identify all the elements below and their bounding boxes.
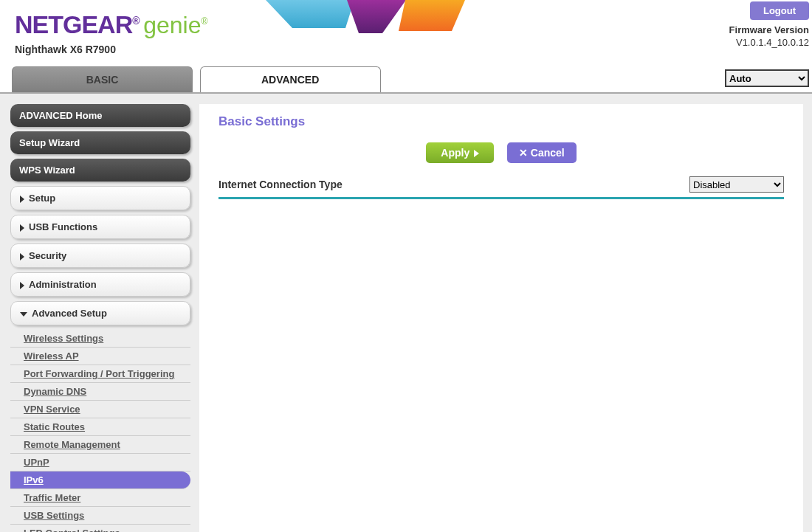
sidebar-item-administration[interactable]: Administration [10, 272, 190, 297]
sub-label: Remote Management [24, 439, 120, 450]
connection-type-select[interactable]: Disabled [689, 176, 784, 193]
sub-item-upnp[interactable]: UPnP [10, 454, 190, 471]
sidebar-advanced-setup-label: Advanced Setup [32, 308, 107, 319]
sub-label: LED Control Settings [24, 528, 120, 532]
sub-brand-logo: genie® [143, 12, 207, 39]
firmware-label: Firmware Version [729, 24, 809, 35]
brand-text: NETGEAR [15, 10, 132, 38]
sub-label: IPv6 [24, 474, 44, 486]
brand-logo: NETGEAR® [15, 10, 140, 39]
sub-label: Wireless Settings [24, 333, 103, 344]
sub-label: Traffic Meter [24, 492, 80, 503]
button-row: Apply ✕Cancel [219, 142, 784, 163]
apply-button[interactable]: Apply [426, 142, 494, 163]
sidebar-item-usb-functions[interactable]: USB Functions [10, 215, 190, 239]
sub-label: Dynamic DNS [24, 386, 86, 397]
sidebar-usb-label: USB Functions [29, 221, 97, 232]
apply-label: Apply [441, 147, 469, 159]
top-right: Logout Firmware Version V1.0.1.4_10.0.12 [729, 1, 809, 48]
sub-label: Wireless AP [24, 350, 79, 362]
body-row: ADVANCED Home Setup Wizard WPS Wizard Se… [0, 94, 812, 532]
connection-type-label: Internet Connection Type [219, 179, 343, 190]
header: NETGEAR® genie® Nighthawk X6 R7900 Logou… [0, 0, 812, 66]
sub-item-vpn-service[interactable]: VPN Service [10, 401, 190, 418]
sub-label: Port Forwarding / Port Triggering [24, 368, 174, 379]
model-name: Nighthawk X6 R7900 [15, 44, 812, 55]
sub-item-ipv6[interactable]: IPv6 [10, 471, 190, 489]
logout-button[interactable]: Logout [750, 1, 809, 20]
tab-basic[interactable]: BASIC [12, 66, 193, 92]
decor-blue [266, 0, 354, 28]
cancel-label: Cancel [531, 147, 565, 159]
tabs-row: BASIC ADVANCED Auto [0, 66, 812, 94]
decor-orange [399, 0, 465, 31]
sub-label: UPnP [24, 457, 49, 468]
sub-item-traffic-meter[interactable]: Traffic Meter [10, 489, 190, 507]
sub-item-port-fwd[interactable]: Port Forwarding / Port Triggering [10, 365, 190, 383]
cancel-button[interactable]: ✕Cancel [507, 142, 577, 163]
firmware-version: V1.0.1.4_10.0.12 [729, 37, 809, 48]
sub-item-wireless-ap[interactable]: Wireless AP [10, 348, 190, 365]
play-icon [474, 150, 479, 157]
tab-advanced[interactable]: ADVANCED [200, 66, 381, 92]
decorative-shapes [266, 0, 472, 37]
content-panel: Basic Settings Apply ✕Cancel Internet Co… [199, 104, 803, 532]
chevron-right-icon [20, 253, 24, 260]
brand-mark: ® [132, 15, 139, 27]
decor-purple [347, 0, 406, 33]
sub-label: USB Settings [24, 510, 84, 521]
sidebar-setup-label: Setup [29, 193, 55, 204]
sidebar-item-setup[interactable]: Setup [10, 186, 190, 210]
sub-item-usb-settings[interactable]: USB Settings [10, 507, 190, 525]
sidebar-item-wps-wizard[interactable]: WPS Wizard [10, 159, 190, 182]
refresh-select[interactable]: Auto [725, 69, 809, 87]
sub-label: VPN Service [24, 404, 80, 415]
page-title: Basic Settings [219, 114, 784, 129]
sub-item-dynamic-dns[interactable]: Dynamic DNS [10, 383, 190, 401]
chevron-right-icon [20, 282, 24, 289]
sub-item-remote-management[interactable]: Remote Management [10, 436, 190, 454]
close-icon: ✕ [519, 147, 528, 159]
sidebar-security-label: Security [29, 250, 66, 261]
chevron-right-icon [20, 196, 24, 203]
chevron-right-icon [20, 224, 24, 232]
sub-item-wireless-settings[interactable]: Wireless Settings [10, 330, 190, 348]
sidebar-item-security[interactable]: Security [10, 243, 190, 268]
advanced-setup-sublist: Wireless Settings Wireless AP Port Forwa… [10, 330, 190, 532]
sub-item-static-routes[interactable]: Static Routes [10, 418, 190, 436]
sub-brand-text: genie [143, 12, 201, 38]
connection-type-row: Internet Connection Type Disabled [219, 176, 784, 199]
sub-brand-mark: ® [201, 16, 207, 27]
sidebar-item-setup-wizard[interactable]: Setup Wizard [10, 131, 190, 154]
sidebar: ADVANCED Home Setup Wizard WPS Wizard Se… [0, 104, 199, 532]
sub-item-led-control[interactable]: LED Control Settings [10, 525, 190, 532]
sidebar-item-advanced-home[interactable]: ADVANCED Home [10, 104, 190, 127]
chevron-down-icon [20, 312, 27, 317]
sub-label: Static Routes [24, 421, 85, 432]
sidebar-item-advanced-setup[interactable]: Advanced Setup [10, 301, 190, 325]
sidebar-admin-label: Administration [29, 279, 97, 290]
